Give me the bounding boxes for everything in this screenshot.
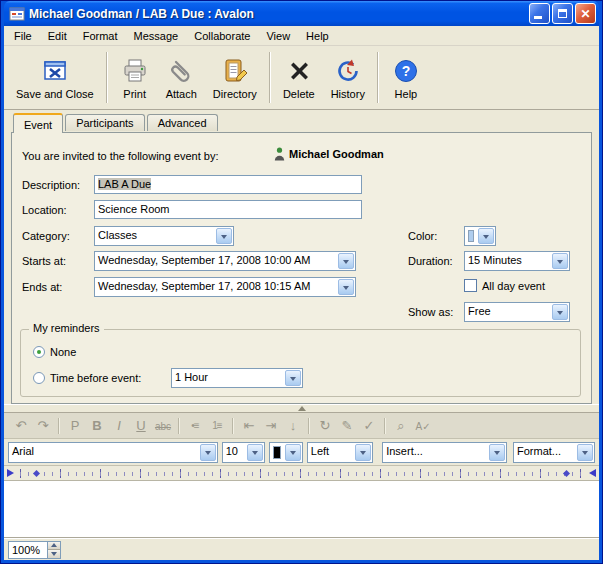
attach-label: Attach — [166, 88, 197, 100]
chevron-down-icon[interactable] — [489, 444, 505, 461]
show-as-dropdown[interactable]: Free — [464, 302, 570, 322]
zoom-spinner[interactable] — [47, 542, 60, 558]
toolbar-separator — [106, 52, 108, 103]
color-dropdown[interactable] — [464, 226, 496, 246]
history-button[interactable]: History — [323, 48, 373, 107]
refresh-icon[interactable] — [315, 418, 335, 433]
time-before-dropdown[interactable]: 1 Hour — [171, 368, 303, 388]
radio-dot[interactable] — [33, 372, 45, 384]
person-icon — [274, 147, 285, 161]
save-and-close-button[interactable]: Save and Close — [8, 48, 102, 107]
bold-icon[interactable] — [87, 418, 107, 433]
chevron-down-icon[interactable] — [478, 228, 494, 244]
duration-dropdown[interactable]: 15 Minutes — [464, 251, 570, 271]
chevron-down-icon[interactable] — [338, 279, 354, 295]
save-and-close-icon — [40, 56, 70, 86]
chevron-down-icon[interactable] — [577, 444, 593, 461]
toolbar-separator — [269, 52, 271, 103]
spellcheck-icon[interactable] — [413, 418, 433, 433]
event-tab-panel: You are invited to the following event b… — [11, 132, 592, 404]
message-body-editor[interactable] — [4, 481, 599, 538]
menu-view[interactable]: View — [258, 28, 298, 44]
print-button[interactable]: Print — [112, 48, 158, 107]
radio-dot[interactable] — [33, 346, 45, 358]
zoom-down-icon[interactable] — [48, 550, 60, 558]
strikethrough-icon[interactable] — [153, 418, 173, 433]
outdent-icon[interactable] — [239, 418, 259, 433]
checkbox-box[interactable] — [464, 279, 477, 292]
menu-collaborate[interactable]: Collaborate — [186, 28, 258, 44]
alignment-value: Left — [308, 443, 354, 462]
menu-format[interactable]: Format — [75, 28, 126, 44]
numbered-list-icon[interactable] — [207, 420, 227, 431]
tab-advanced[interactable]: Advanced — [147, 114, 218, 131]
reminder-time-before-radio[interactable]: Time before event: — [33, 372, 141, 384]
reminder-none-radio[interactable]: None — [33, 346, 76, 358]
format-dropdown[interactable]: Format... — [513, 442, 595, 463]
starts-at-dropdown[interactable]: Wednesday, September 17, 2008 10:00 AM — [94, 251, 356, 271]
paperclip-icon — [166, 56, 196, 86]
minimize-button[interactable] — [529, 3, 550, 24]
description-value: LAB A Due — [98, 178, 151, 190]
ends-at-label: Ends at: — [22, 281, 62, 293]
find-icon[interactable] — [391, 418, 411, 434]
undo-icon[interactable] — [11, 418, 31, 433]
chevron-down-icon[interactable] — [552, 253, 568, 269]
font-size-dropdown[interactable]: 10 — [222, 442, 265, 463]
chevron-down-icon[interactable] — [247, 444, 263, 461]
my-reminders-group: My reminders None Time before event: 1 H… — [20, 329, 581, 397]
splitter-handle[interactable] — [4, 404, 599, 413]
location-input[interactable]: Science Room — [94, 200, 362, 219]
paragraph-style-icon[interactable] — [65, 418, 85, 433]
directory-label: Directory — [213, 88, 257, 100]
format-value: Format... — [514, 443, 576, 462]
all-day-checkbox[interactable]: All day event — [464, 279, 545, 292]
indent-icon[interactable] — [261, 418, 281, 433]
redo-icon[interactable] — [33, 418, 53, 433]
directory-button[interactable]: Directory — [205, 48, 265, 107]
close-button[interactable] — [575, 3, 596, 24]
menu-edit[interactable]: Edit — [40, 28, 75, 44]
invite-text: You are invited to the following event b… — [22, 150, 219, 162]
accept-icon[interactable] — [359, 418, 379, 433]
maximize-button[interactable] — [552, 3, 573, 24]
ends-at-dropdown[interactable]: Wednesday, September 17, 2008 10:15 AM — [94, 277, 356, 297]
text-color-dropdown[interactable] — [269, 442, 303, 463]
chevron-down-icon[interactable] — [355, 444, 371, 461]
ruler-left-marker[interactable] — [7, 469, 14, 477]
font-toolbar: Arial 10 Left Insert... Format... — [4, 439, 599, 466]
tab-event[interactable]: Event — [13, 113, 63, 133]
reminder-time-before-label: Time before event: — [50, 372, 141, 384]
ruler-right-marker[interactable] — [589, 469, 596, 477]
zoom-up-icon[interactable] — [48, 542, 60, 551]
category-dropdown[interactable]: Classes — [94, 226, 234, 246]
alignment-dropdown[interactable]: Left — [307, 442, 373, 463]
chevron-down-icon[interactable] — [552, 304, 568, 320]
chevron-down-icon[interactable] — [285, 370, 301, 386]
edit-icon[interactable] — [337, 418, 357, 433]
italic-icon[interactable] — [109, 418, 129, 433]
font-family-dropdown[interactable]: Arial — [8, 442, 218, 463]
toolbar-separator — [232, 418, 234, 434]
menu-message[interactable]: Message — [126, 28, 187, 44]
insert-dropdown[interactable]: Insert... — [382, 442, 507, 463]
insert-value: Insert... — [383, 443, 488, 462]
zoom-control[interactable]: 100% — [8, 541, 61, 559]
delete-button[interactable]: Delete — [275, 48, 323, 107]
chevron-down-icon[interactable] — [338, 253, 354, 269]
menu-file[interactable]: File — [6, 28, 40, 44]
underline-icon[interactable] — [131, 418, 151, 433]
chevron-down-icon[interactable] — [216, 228, 232, 244]
tab-participants[interactable]: Participants — [65, 114, 144, 131]
menu-help[interactable]: Help — [298, 28, 337, 44]
attach-button[interactable]: Attach — [158, 48, 205, 107]
chevron-down-icon[interactable] — [285, 444, 301, 461]
chevron-down-icon[interactable] — [200, 444, 216, 461]
text-direction-icon[interactable] — [283, 418, 303, 433]
description-input[interactable]: LAB A Due — [94, 175, 362, 194]
statusbar: 100% — [4, 538, 599, 560]
organizer: Michael Goodman — [274, 147, 384, 161]
bullet-list-icon[interactable] — [185, 420, 205, 431]
help-button[interactable]: ? Help — [383, 48, 429, 107]
font-family-value: Arial — [9, 443, 199, 462]
